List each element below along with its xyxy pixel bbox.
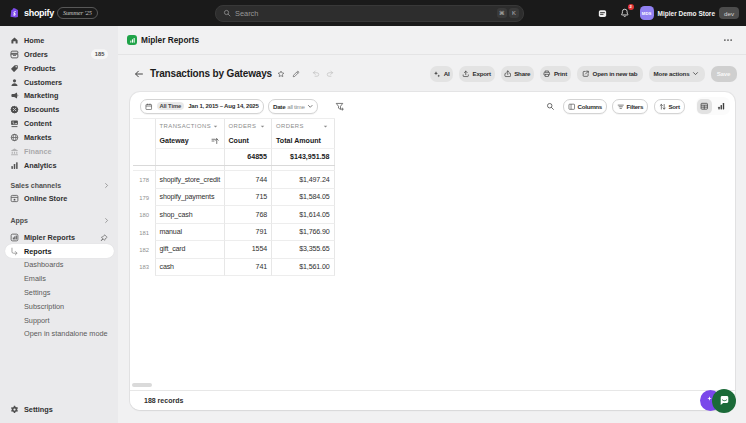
button-label: Columns <box>578 103 603 110</box>
columns-button[interactable]: Columns <box>563 99 607 114</box>
table-row[interactable]: 178 shopify_store_credit 744 $1,497.24 <box>133 171 335 188</box>
horizontal-scrollbar[interactable] <box>132 383 152 387</box>
filters-button[interactable]: Filters <box>612 99 648 114</box>
button-label: Open in new tab <box>593 70 638 77</box>
content-icon <box>10 119 20 129</box>
row-number: 183 <box>133 259 155 276</box>
sidebar-section-apps[interactable]: Apps <box>11 213 111 227</box>
save-button[interactable]: Save <box>711 66 737 82</box>
table-row[interactable]: 181 manual 791 $1,766.90 <box>133 224 335 241</box>
sidebar-item-marketing[interactable]: Marketing <box>5 89 114 103</box>
column-total-amount[interactable]: Total Amount <box>276 137 330 145</box>
analytics-icon <box>10 160 20 170</box>
ai-button[interactable]: AI <box>430 66 453 82</box>
sidebar-item-online-store[interactable]: Online Store <box>5 191 114 205</box>
date-range-button[interactable]: All Time Jan 1, 2015 – Aug 14, 2025 <box>140 99 264 114</box>
shopify-logo[interactable]: shopify <box>10 0 54 26</box>
inbox-button[interactable] <box>596 5 610 21</box>
sort-ascending-icon[interactable] <box>211 137 219 145</box>
sidebar-item-settings-app[interactable]: Settings <box>5 286 114 300</box>
gutter-cell <box>133 166 155 171</box>
table-row[interactable]: 180 shop_cash 768 $1,614.05 <box>133 206 335 223</box>
sidebar-item-orders[interactable]: Orders 185 <box>5 48 114 62</box>
store-avatar[interactable]: MDS <box>640 6 654 20</box>
sidebar-item-mipler-reports[interactable]: Mipler Reports <box>5 231 114 245</box>
sidebar-item-customers[interactable]: Customers <box>5 75 114 89</box>
cell-amount: $1,561.00 <box>299 263 329 271</box>
finance-icon <box>10 146 20 156</box>
sidebar-item-label: Discounts <box>24 105 59 114</box>
table-row[interactable]: 183 cash 741 $1,561.00 <box>133 259 335 276</box>
sidebar-item-reports[interactable]: Reports <box>5 244 114 258</box>
sidebar-item-label: Marketing <box>24 91 58 100</box>
undo-icon[interactable] <box>312 70 320 78</box>
sort-button[interactable]: Sort <box>654 99 685 114</box>
sidebar-item-products[interactable]: Products <box>5 61 114 75</box>
table-row[interactable]: 179 shopify_payments 715 $1,584.05 <box>133 189 335 206</box>
more-actions-button[interactable]: More actions <box>649 66 705 82</box>
table-row[interactable]: 182 gift_card 1554 $3,355.65 <box>133 241 335 258</box>
chat-fab-button[interactable] <box>712 389 736 413</box>
favorite-star-icon[interactable] <box>277 70 285 78</box>
print-button[interactable]: Print <box>540 66 572 82</box>
kbd-k: K <box>509 8 519 18</box>
store-name[interactable]: Mipler Demo Store <box>658 10 715 17</box>
cell-count: 791 <box>256 228 267 236</box>
group-by-dropdown[interactable]: Dateall time <box>268 99 318 114</box>
cell-count: 1554 <box>252 245 267 253</box>
edition-badge[interactable]: Summer '25 <box>57 7 98 19</box>
cell-count: 744 <box>256 176 267 184</box>
sidebar-item-label: Customers <box>24 78 62 87</box>
table-search-icon[interactable] <box>546 99 555 114</box>
sidebar-item-label: Analytics <box>24 161 56 170</box>
cell-gateway: shopify_payments <box>160 193 215 201</box>
button-label: Filters <box>627 103 644 110</box>
row-number: 181 <box>133 224 155 241</box>
topbar: shopify Summer '25 Search ⌘ K 2 MDS Mipl… <box>0 0 746 26</box>
sidebar-item-content[interactable]: Content <box>5 117 114 131</box>
cell-amount: $1,497.24 <box>299 176 329 184</box>
table-footer: 188 records <box>130 390 735 411</box>
customers-icon <box>10 77 20 87</box>
pin-icon[interactable] <box>100 234 108 242</box>
column-gateway[interactable]: Gateway <box>160 137 212 145</box>
button-surface: Filters <box>612 99 648 114</box>
mipler-app-icon <box>10 233 20 243</box>
sidebar-item-finance[interactable]: Finance <box>5 144 114 158</box>
export-button[interactable]: Export <box>459 66 495 82</box>
table-view-button[interactable] <box>697 99 712 114</box>
app-menu-button[interactable] <box>723 35 733 45</box>
row-number: 179 <box>133 189 155 206</box>
sidebar-item-markets[interactable]: Markets <box>5 131 114 145</box>
sidebar-item-discounts[interactable]: Discounts <box>5 103 114 117</box>
share-button[interactable]: Share <box>501 66 534 82</box>
add-filter-icon[interactable] <box>335 99 344 114</box>
sidebar-section-sales-channels[interactable]: Sales channels <box>11 178 111 192</box>
search-input[interactable]: Search ⌘ K <box>215 5 524 22</box>
topbar-right: 2 MDS Mipler Demo Store dev <box>596 0 739 26</box>
redo-icon[interactable] <box>326 70 334 78</box>
sidebar-item-settings[interactable]: Settings <box>5 403 114 417</box>
notifications-button[interactable]: 2 <box>618 5 632 21</box>
sidebar-item-support[interactable]: Support <box>5 313 114 327</box>
app-titlebar: Mipler Reports <box>118 26 746 55</box>
sidebar-item-emails[interactable]: Emails <box>5 272 114 286</box>
dropdown-caret-icon[interactable] <box>322 123 329 130</box>
kbd-cmd: ⌘ <box>497 8 507 18</box>
sidebar-item-subscription[interactable]: Subscription <box>5 300 114 314</box>
marketing-icon <box>10 91 20 101</box>
online-store-icon <box>10 193 20 203</box>
back-button[interactable] <box>134 69 144 79</box>
chart-view-button[interactable] <box>714 99 729 114</box>
sidebar-item-dashboards[interactable]: Dashboards <box>5 258 114 272</box>
sidebar-item-home[interactable]: Home <box>5 34 114 48</box>
date-range-text: Jan 1, 2015 – Aug 14, 2025 <box>188 103 258 109</box>
dropdown-caret-icon[interactable] <box>259 123 266 130</box>
sidebar-item-standalone-mode[interactable]: Open in standalone mode <box>5 327 114 341</box>
edit-pencil-icon[interactable] <box>292 70 300 78</box>
button-surface: Dateall time <box>268 99 318 114</box>
open-new-tab-button[interactable]: Open in new tab <box>577 66 643 82</box>
column-count[interactable]: Count <box>229 137 268 145</box>
dropdown-caret-icon[interactable] <box>212 123 219 130</box>
sidebar-item-analytics[interactable]: Analytics <box>5 158 114 172</box>
